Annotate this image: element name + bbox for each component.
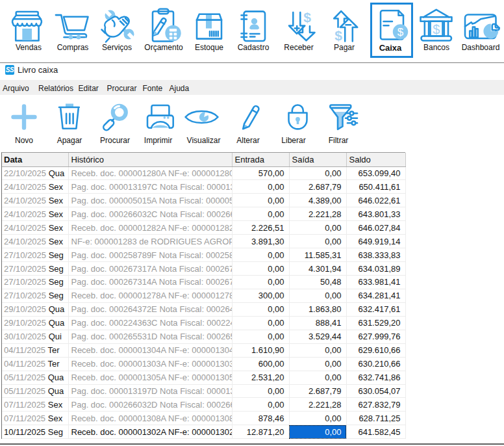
- svg-text:$: $: [334, 28, 342, 43]
- svg-text:$: $: [397, 26, 404, 38]
- svg-text:$: $: [433, 22, 440, 36]
- svg-text:$: $: [303, 10, 311, 25]
